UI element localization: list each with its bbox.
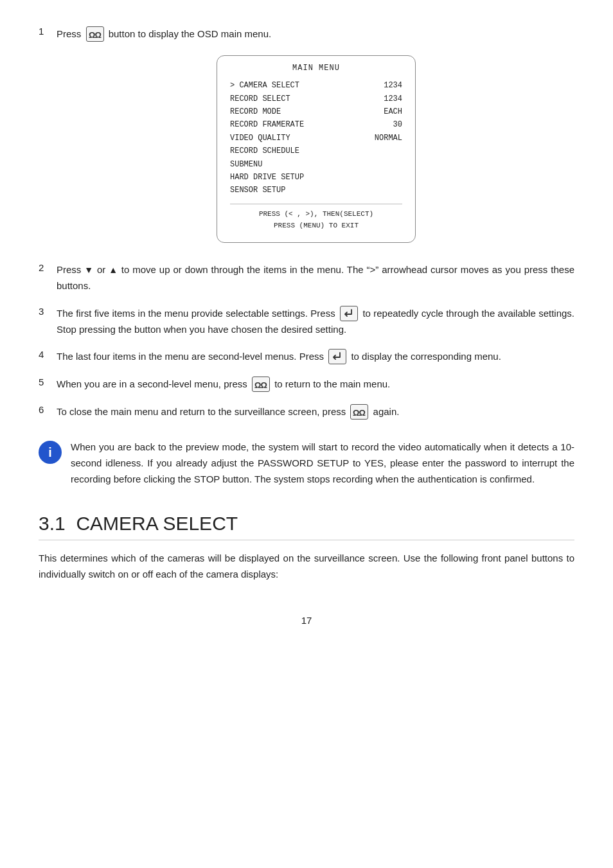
step-3-text-before: The first five items in the menu provide… bbox=[57, 308, 335, 319]
step-4-text-before: The last four items in the menu are seco… bbox=[57, 351, 324, 362]
step-4-number: 4 bbox=[39, 349, 57, 360]
section-number: 3.1 bbox=[39, 513, 66, 534]
osd-menu-footer: PRESS (< , >), THEN(SELECT)PRESS (MENU) … bbox=[230, 204, 402, 232]
step-1-content: Press ΩΩ button to display the OSD main … bbox=[57, 26, 271, 42]
osd-menu-row: HARD DRIVE SETUP bbox=[230, 171, 402, 184]
step-1-text-before: Press bbox=[57, 28, 81, 39]
osd-menu-value: 30 bbox=[393, 118, 402, 131]
svg-text:ΩΩ: ΩΩ bbox=[254, 380, 267, 390]
osd-menu-label: RECORD MODE bbox=[230, 105, 281, 118]
step-1-number: 1 bbox=[39, 26, 57, 37]
step-4: 4 The last four items in the menu are se… bbox=[39, 349, 574, 365]
osd-menu-footer-line: PRESS (< , >), THEN(SELECT) bbox=[230, 208, 402, 220]
osd-menu-row: SENSOR SETUP bbox=[230, 184, 402, 197]
step-5-number: 5 bbox=[39, 376, 57, 387]
osd-menu-label: VIDEO QUALITY bbox=[230, 132, 290, 145]
osd-menu-value: EACH bbox=[384, 105, 402, 118]
osd-menu-label: SUBMENU bbox=[230, 158, 262, 171]
osd-menu-label: SENSOR SETUP bbox=[230, 184, 285, 197]
step-6-number: 6 bbox=[39, 404, 57, 415]
osd-menu-label: RECORD FRAMERATE bbox=[230, 118, 304, 131]
osd-menu-label: HARD DRIVE SETUP bbox=[230, 171, 304, 184]
step-6: 6 To close the main menu and return to t… bbox=[39, 404, 574, 420]
step-5-text-before: When you are in a second-level menu, pre… bbox=[57, 378, 247, 389]
menu-button-icon-5: ΩΩ bbox=[252, 376, 270, 392]
osd-menu-row: RECORD FRAMERATE30 bbox=[230, 118, 402, 131]
step-6-content: To close the main menu and return to the… bbox=[57, 404, 399, 420]
osd-menu-label: > CAMERA SELECT bbox=[230, 79, 299, 92]
info-box: i When you are back to the preview mode,… bbox=[39, 439, 574, 487]
osd-menu-row: > CAMERA SELECT1234 bbox=[230, 79, 402, 92]
arrow-up-icon: ▲ bbox=[109, 265, 118, 275]
enter-button-icon-4 bbox=[328, 349, 346, 364]
osd-menu-row: RECORD MODEEACH bbox=[230, 105, 402, 118]
step-3-number: 3 bbox=[39, 306, 57, 317]
step-2: 2 Press ▼ or ▲ to move up or down throug… bbox=[39, 262, 574, 294]
osd-menu-divider bbox=[230, 204, 402, 204]
step-3: 3 The first five items in the menu provi… bbox=[39, 306, 574, 338]
menu-button-icon-6: ΩΩ bbox=[350, 404, 368, 420]
arrow-down-icon: ▼ bbox=[84, 265, 94, 275]
osd-menu-row: VIDEO QUALITYNORMAL bbox=[230, 132, 402, 145]
osd-menu-value: NORMAL bbox=[375, 132, 402, 145]
info-icon: i bbox=[39, 441, 62, 464]
step-6-text-before: To close the main menu and return to the… bbox=[57, 406, 346, 417]
osd-menu-label: RECORD SELECT bbox=[230, 93, 290, 105]
osd-menu-row: SUBMENU bbox=[230, 158, 402, 171]
svg-text:ΩΩ: ΩΩ bbox=[353, 408, 365, 418]
info-text: When you are back to the preview mode, t… bbox=[71, 439, 574, 487]
step-2-number: 2 bbox=[39, 262, 57, 273]
step-6-text-after: again. bbox=[373, 406, 400, 417]
step-5-content: When you are in a second-level menu, pre… bbox=[57, 376, 390, 393]
osd-menu-row: RECORD SCHEDULE bbox=[230, 145, 402, 157]
enter-button-icon-3 bbox=[340, 306, 358, 321]
osd-menu-title: MAIN MENU bbox=[230, 64, 402, 73]
svg-text:ΩΩ: ΩΩ bbox=[89, 30, 101, 40]
osd-menu-label: RECORD SCHEDULE bbox=[230, 145, 299, 157]
step-1-text-after: button to display the OSD main menu. bbox=[109, 28, 271, 39]
osd-menu-value: 1234 bbox=[384, 79, 402, 92]
section-body: This determines which of the cameras wil… bbox=[39, 551, 574, 583]
osd-menu-container: MAIN MENU > CAMERA SELECT1234 RECORD SEL… bbox=[58, 55, 574, 243]
step-5: 5 When you are in a second-level menu, p… bbox=[39, 376, 574, 393]
section-heading: 3.1 CAMERA SELECT bbox=[39, 513, 574, 540]
page-number: 17 bbox=[39, 615, 574, 626]
step-3-content: The first five items in the menu provide… bbox=[57, 306, 574, 338]
osd-menu: MAIN MENU > CAMERA SELECT1234 RECORD SEL… bbox=[217, 55, 416, 243]
osd-menu-items: > CAMERA SELECT1234 RECORD SELECT1234 RE… bbox=[230, 79, 402, 197]
osd-menu-value: 1234 bbox=[384, 93, 402, 105]
step-5-text-after: to return to the main menu. bbox=[274, 378, 390, 389]
section-title: CAMERA SELECT bbox=[76, 513, 238, 534]
menu-button-icon-1: ΩΩ bbox=[86, 26, 104, 42]
osd-menu-footer-line: PRESS (MENU) TO EXIT bbox=[230, 220, 402, 232]
step-1: 1 Press ΩΩ button to display the OSD mai… bbox=[39, 26, 574, 42]
step-4-content: The last four items in the menu are seco… bbox=[57, 349, 501, 365]
step-4-text-after: to display the corresponding menu. bbox=[351, 351, 501, 362]
info-icon-label: i bbox=[48, 445, 52, 460]
step-2-content: Press ▼ or ▲ to move up or down through … bbox=[57, 262, 574, 294]
osd-menu-row: RECORD SELECT1234 bbox=[230, 93, 402, 105]
